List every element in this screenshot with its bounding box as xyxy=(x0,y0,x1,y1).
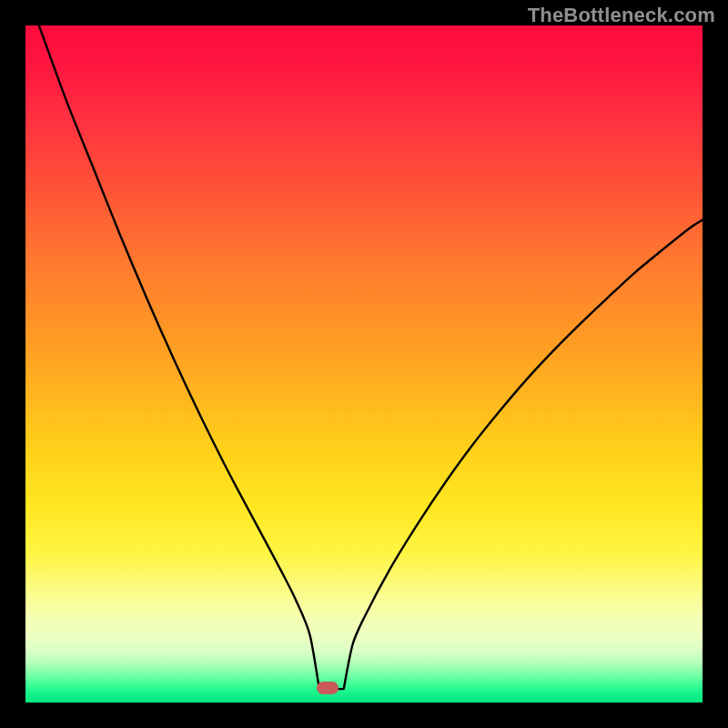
optimal-marker xyxy=(317,682,339,694)
curve-path xyxy=(39,25,703,689)
plot-area xyxy=(25,25,703,703)
watermark-text: TheBottleneck.com xyxy=(528,4,715,27)
bottleneck-curve xyxy=(25,25,703,703)
chart-frame: TheBottleneck.com xyxy=(0,0,728,728)
